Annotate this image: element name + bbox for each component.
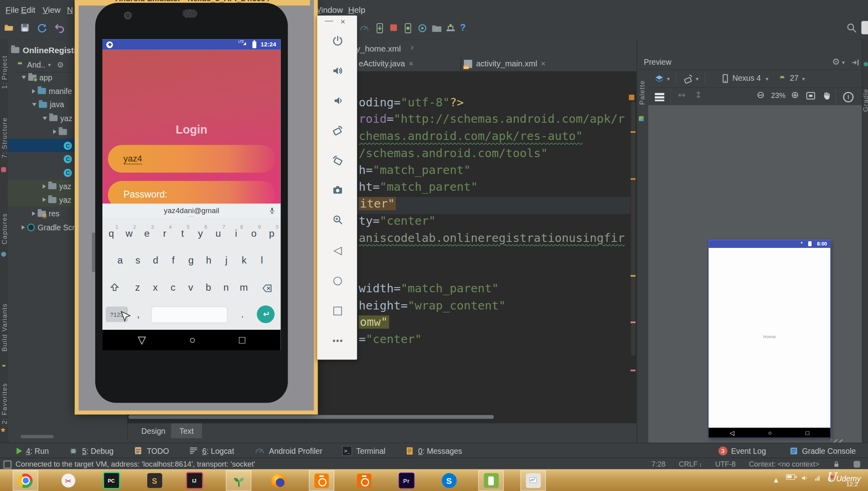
toolwindow-label[interactable]: Terminal [356, 446, 385, 455]
volume-up-icon[interactable] [331, 65, 344, 78]
line-ending-selector[interactable]: CRLF ↕ [679, 460, 702, 468]
taskbar-app-snipping[interactable]: ✂ [55, 470, 81, 491]
key-p[interactable]: p [269, 228, 274, 239]
device-selector[interactable]: Nexus 4 [732, 74, 761, 82]
file-encoding[interactable]: UTF-8 [715, 460, 736, 468]
expand-arrow-icon[interactable] [22, 76, 26, 79]
key-a[interactable]: a [118, 255, 123, 266]
battery-icon[interactable] [786, 474, 795, 480]
zoom-icon[interactable] [331, 214, 344, 227]
minimize-icon[interactable]: — [325, 16, 333, 25]
power-icon[interactable] [331, 35, 344, 48]
taskbar-app-chrome[interactable] [13, 470, 38, 491]
taskbar-app-capture[interactable] [309, 470, 334, 491]
toolwindow-debug[interactable]: 5: Debug [69, 446, 114, 455]
chevron-down-icon[interactable]: ▾ [766, 76, 768, 82]
caret-position[interactable]: 7:28 [652, 460, 666, 468]
collapse-arrow-icon[interactable] [32, 212, 35, 216]
mic-icon[interactable] [268, 206, 276, 216]
editor-vscrollbar[interactable] [631, 101, 636, 356]
hamburger-icon[interactable] [655, 92, 664, 103]
close-icon[interactable]: × [340, 17, 345, 26]
toolwindow-terminal[interactable]: >_Terminal [342, 446, 386, 456]
sync-project-icon[interactable] [417, 23, 428, 34]
save-icon[interactable] [20, 23, 30, 33]
enter-key[interactable] [257, 305, 274, 323]
warning-icon[interactable]: ! [843, 91, 854, 102]
taskbar-app-premiere[interactable]: Pr [394, 470, 419, 491]
key-e[interactable]: e [144, 228, 150, 239]
key-x[interactable]: x [153, 282, 158, 293]
key-n[interactable]: n [224, 282, 229, 293]
view-selector-label[interactable]: And.. [27, 60, 45, 69]
help-icon[interactable]: ? [460, 23, 466, 34]
suggestion-bar[interactable]: yaz4dani@gmail⋯ [102, 204, 281, 218]
toolwindow-eventlog[interactable]: 3Event Log [718, 446, 766, 455]
strip-item-buildvariants[interactable]: Build Variants [0, 303, 8, 351]
taskbar-app-intellij[interactable]: IJ [182, 470, 207, 491]
toolwindow-todo[interactable]: TODO [134, 446, 169, 455]
hector-icon[interactable] [854, 461, 860, 467]
key-u[interactable]: u [216, 228, 221, 239]
toolwindow-label[interactable]: Android Profiler [269, 446, 322, 455]
key-b[interactable]: b [206, 282, 211, 293]
key-g[interactable]: g [188, 255, 194, 266]
avd-manager-icon[interactable] [402, 23, 414, 34]
toolwindow-label[interactable]: 0: Messages [418, 446, 462, 455]
key-s[interactable]: s [136, 255, 140, 266]
rotate-right-icon[interactable] [331, 154, 344, 168]
home-icon[interactable]: ○ [189, 334, 196, 346]
project-hscrollbar[interactable] [20, 435, 54, 438]
taskbar-app-pycharm[interactable]: PC [98, 470, 124, 491]
toolwindow-androidprofiler[interactable]: Android Profiler [254, 445, 322, 456]
key-c[interactable]: c [170, 282, 175, 293]
key-f[interactable]: f [172, 255, 175, 266]
chevron-down-icon[interactable]: ▾ [667, 76, 670, 82]
comma-key[interactable]: , [137, 309, 140, 320]
profiler-icon[interactable] [359, 23, 370, 34]
sdk-manager-icon[interactable] [431, 23, 442, 34]
taskbar-app-firefox[interactable] [266, 470, 291, 491]
collapse-arrow-icon[interactable] [43, 184, 46, 189]
toolwindow-label[interactable]: 5: Debug [82, 446, 114, 455]
tab-activity-main[interactable]: activity_main.xml× [464, 56, 546, 72]
camera-icon[interactable] [331, 184, 344, 197]
collapse-arrow-icon[interactable] [43, 198, 46, 202]
toolwindow-messages[interactable]: 0: Messages [405, 446, 462, 455]
taskbar-app-skype[interactable]: S [436, 470, 462, 491]
menu-edit[interactable]: Edit [21, 5, 36, 14]
taskbar-app-plant[interactable] [226, 470, 252, 491]
taskbar-app-phone[interactable] [478, 470, 504, 491]
collapse-arrow-icon[interactable] [53, 130, 56, 134]
toolwindow-label[interactable]: Gradle Console [802, 446, 856, 455]
api-selector[interactable]: 27 [790, 74, 799, 82]
username-field[interactable]: yaz4 [108, 145, 275, 173]
toolwindow-logcat[interactable]: 6: Logcat [189, 446, 234, 455]
menu-window[interactable]: Window [313, 5, 343, 14]
strip-item-favorites[interactable]: 2: Favorites [0, 383, 8, 424]
signal-icon[interactable] [814, 474, 822, 484]
toolwindow-label[interactable]: Event Log [731, 446, 766, 455]
editor-hscrollbar[interactable] [128, 415, 494, 419]
more-icon[interactable]: ⋯ [331, 334, 344, 347]
username-value[interactable]: yaz4 [124, 154, 142, 164]
pan-icon[interactable] [821, 91, 831, 101]
toolwindow-gradleconsole[interactable]: Gradle Console [789, 446, 856, 455]
tab-home-activity[interactable]: eActivity.java× [359, 56, 414, 72]
tab-label[interactable]: activity_main.xml [476, 59, 537, 68]
android-icon[interactable] [778, 75, 786, 82]
menu-view[interactable]: View [43, 5, 61, 14]
shift-icon[interactable] [109, 282, 120, 293]
key-y[interactable]: y [198, 228, 203, 239]
arrow-h-icon[interactable]: ↔ [678, 90, 686, 100]
tab-text[interactable]: Text [171, 423, 202, 438]
key-q[interactable]: q [108, 228, 114, 239]
key-z[interactable]: z [135, 282, 140, 293]
undo-icon[interactable] [54, 23, 66, 34]
overview-icon[interactable]: □ [331, 303, 344, 316]
key-r[interactable]: r [163, 228, 166, 239]
attach-debugger-icon[interactable] [374, 23, 386, 34]
key-d[interactable]: d [153, 255, 158, 266]
period-key[interactable]: . [241, 309, 244, 320]
taskbar-app-sublime[interactable]: S [142, 470, 167, 491]
